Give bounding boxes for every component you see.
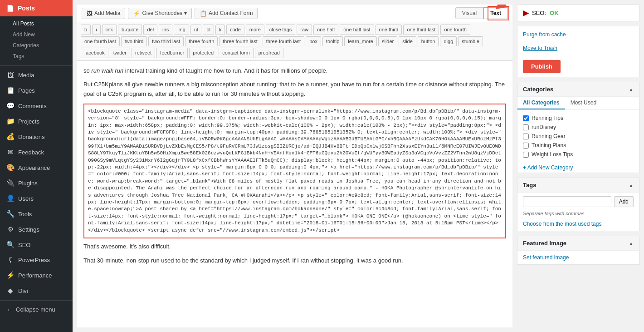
category-checkbox[interactable]	[523, 143, 529, 149]
categories-collapse[interactable]: ▲	[629, 87, 634, 92]
add-contact-form-button[interactable]: 📋 Add Contact Form	[195, 8, 258, 19]
sidebar-item-media[interactable]: 🖼 Media	[0, 68, 73, 83]
sidebar-item-label: Donations	[18, 134, 45, 140]
format-btn-close-tags[interactable]: close tags	[266, 25, 296, 35]
format-btn-box[interactable]: box	[306, 36, 321, 47]
sidebar-item-performance[interactable]: ⚡ Performance	[0, 268, 73, 283]
sidebar-header[interactable]: 📄 Posts	[0, 0, 73, 16]
format-btn-one-fourth[interactable]: one fourth	[440, 25, 470, 35]
purge-cache-button[interactable]: Purge from cache	[523, 31, 566, 38]
publish-button[interactable]: Publish	[523, 60, 561, 73]
tags-input[interactable]	[523, 196, 611, 207]
format-btn-li[interactable]: li	[215, 25, 225, 35]
sidebar-item-users[interactable]: 👤 Users	[0, 191, 73, 206]
add-media-button[interactable]: 🖼 Add Media	[82, 8, 125, 19]
format-btn-three-fourth[interactable]: three fourth	[185, 36, 218, 47]
format-btn-learn_more[interactable]: learn_more	[344, 36, 377, 47]
code-block[interactable]: <blockquote class="instagram-media" data…	[83, 104, 506, 238]
format-btn-link[interactable]: link	[102, 25, 117, 35]
format-btn-ul[interactable]: ul	[190, 25, 202, 35]
sidebar-item-label: PowerPress	[18, 257, 50, 263]
format-btn-feedburner[interactable]: feedburner	[156, 48, 188, 58]
format-btn-one-fourth-last[interactable]: one fourth last	[81, 36, 120, 47]
tags-hint: Separate tags with commas	[517, 211, 639, 219]
sidebar-item-pages[interactable]: 📋 Pages	[0, 83, 73, 98]
format-btn-retweet[interactable]: retweet	[132, 48, 155, 58]
sidebar-item-tools[interactable]: 🔧 Tools	[0, 206, 73, 222]
format-btn-button[interactable]: button	[418, 36, 439, 47]
set-featured-image-link[interactable]: Set featured image	[517, 251, 639, 264]
tags-collapse[interactable]: ▲	[629, 183, 634, 188]
comments-icon: 💬	[6, 102, 15, 110]
tags-title: Tags	[523, 182, 536, 188]
tags-section: Tags ▲ Add Separate tags with commas Cho…	[517, 178, 639, 231]
format-btn-one-third-last[interactable]: one third last	[403, 25, 439, 35]
editor-content-area[interactable]: so run walk run interval training kind o…	[77, 61, 512, 328]
tab-most-used[interactable]: Most Used	[565, 97, 602, 109]
format-btn-one-half-last[interactable]: one half last	[340, 25, 374, 35]
format-btn-code[interactable]: code	[226, 25, 244, 35]
format-btn-protected[interactable]: protected	[189, 48, 217, 58]
seo-logo: ▶	[523, 9, 528, 17]
format-btn-b-quote[interactable]: b-quote	[118, 25, 142, 35]
move-trash-button[interactable]: Move to Trash	[523, 45, 557, 51]
format-btn-two-third[interactable]: two third	[121, 36, 147, 47]
sidebar-item-appearance[interactable]: 🎨 Appearance	[0, 160, 73, 175]
format-btn-one-third[interactable]: one third	[376, 25, 402, 35]
format-btn-i[interactable]: i	[92, 25, 100, 35]
sidebar-collapse-menu[interactable]: ← Collapse menu	[0, 302, 73, 317]
format-btn-raw[interactable]: raw	[297, 25, 312, 35]
category-checkbox[interactable]	[523, 115, 529, 121]
category-checkbox[interactable]	[523, 124, 529, 130]
featured-image-collapse[interactable]: ▲	[629, 241, 634, 246]
tab-all-categories[interactable]: All Categories	[517, 97, 565, 109]
seo-status-value: OK	[550, 10, 559, 16]
format-btn-digg[interactable]: digg	[440, 36, 457, 47]
format-btn-b[interactable]: b	[81, 25, 91, 35]
format-btn-three-fourth-last[interactable]: three fourth last	[263, 36, 304, 47]
sidebar-item-categories[interactable]: Categories	[0, 40, 73, 51]
sidebar-item-comments[interactable]: 💬 Comments	[0, 98, 73, 114]
category-checkbox[interactable]	[523, 134, 529, 139]
format-btn-ins[interactable]: ins	[159, 25, 172, 35]
text-tab[interactable]: Text	[483, 7, 508, 19]
visual-tab[interactable]: Visual	[455, 7, 483, 19]
sidebar-item-tags[interactable]: Tags	[0, 51, 73, 62]
sidebar-item-powerpress[interactable]: 🎙 PowerPress	[0, 253, 73, 268]
format-btn-slider[interactable]: slider	[378, 36, 397, 47]
format-btn-img[interactable]: img	[174, 25, 189, 35]
format-btn-slide[interactable]: slide	[399, 36, 416, 47]
format-btn-two-third-last[interactable]: two third last	[148, 36, 184, 47]
seo-bar: ▶ SEO: OK	[517, 5, 639, 21]
category-checkbox[interactable]	[523, 152, 529, 158]
sidebar-item-settings[interactable]: ⚙ Settings	[0, 222, 73, 237]
sidebar-item-plugins[interactable]: 🔌 Plugins	[0, 175, 73, 191]
format-btn-stumble[interactable]: stumble	[458, 36, 483, 47]
sidebar-item-add-new[interactable]: Add New	[0, 29, 73, 40]
format-btn-tooltip[interactable]: tooltip	[322, 36, 343, 47]
sidebar-item-feedback[interactable]: ✉ Feedback	[0, 144, 73, 160]
sidebar-item-all-posts[interactable]: All Posts	[0, 18, 73, 29]
sidebar-item-label: Divi	[18, 287, 28, 294]
choose-tags-link[interactable]: Choose from the most used tags	[517, 219, 639, 231]
format-btn-proofread[interactable]: proofread	[255, 48, 283, 58]
format-btn-three-fourth-last[interactable]: three fourth last	[219, 36, 261, 47]
format-btn-ol[interactable]: ol	[203, 25, 214, 35]
add-new-category-link[interactable]: + Add New Category	[517, 163, 639, 173]
add-tag-button[interactable]: Add	[614, 196, 634, 207]
format-btn-one-half[interactable]: one half	[313, 25, 338, 35]
give-shortcodes-button[interactable]: ⚡ Give Shortcodes ▾	[128, 8, 192, 19]
format-btn-more[interactable]: more	[246, 25, 264, 35]
format-btn-del[interactable]: del	[143, 25, 157, 35]
sidebar-item-donations[interactable]: 💰 Donations	[0, 129, 73, 144]
category-label: Running Tips	[532, 115, 563, 121]
sidebar-item-projects[interactable]: 📁 Projects	[0, 114, 73, 129]
sidebar-item-seo[interactable]: 🔍 SEO	[0, 237, 73, 253]
right-panel: ▶ SEO: OK Purge from cache Move to Trash…	[517, 5, 639, 327]
editor-para-4: That 30-minute, non-stop run used to be …	[83, 256, 506, 266]
format-btn-twitter[interactable]: twitter	[110, 48, 130, 58]
format-btn-facebook[interactable]: facebook	[81, 48, 108, 58]
sidebar-item-label: Plugins	[18, 180, 38, 187]
sidebar-item-divi[interactable]: ◆ Divi	[0, 283, 73, 298]
format-btn-contact-form[interactable]: contact form	[219, 48, 254, 58]
